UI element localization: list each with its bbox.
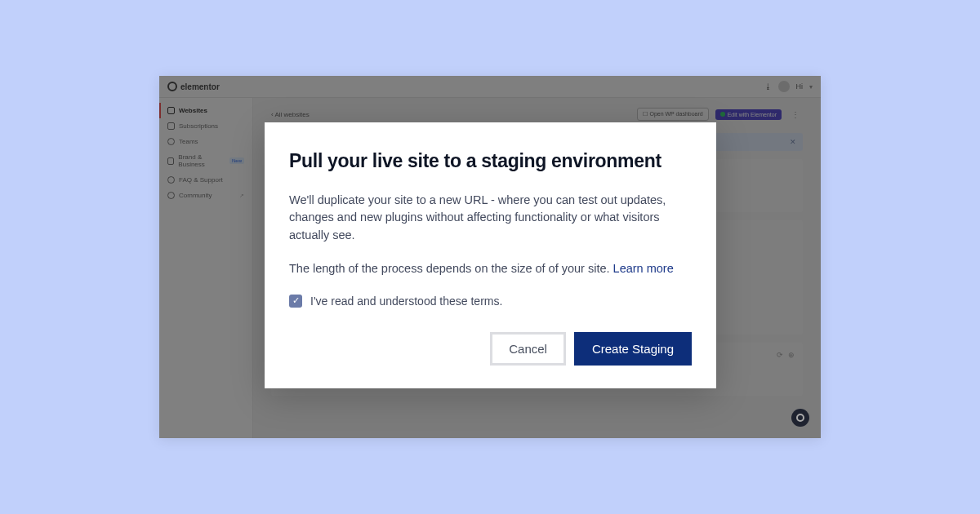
modal-paragraph-1: We'll duplicate your site to a new URL -… [289,192,692,244]
modal-p2-text: The length of the process depends on the… [289,262,613,275]
terms-label: I've read and understood these terms. [310,295,502,308]
modal-title: Pull your live site to a staging environ… [289,150,692,172]
cancel-button[interactable]: Cancel [490,332,566,366]
staging-modal: Pull your live site to a staging environ… [265,122,716,388]
terms-row[interactable]: ✓ I've read and understood these terms. [289,295,692,308]
help-fab-button[interactable] [791,409,809,427]
terms-checkbox[interactable]: ✓ [289,295,302,308]
create-staging-button[interactable]: Create Staging [574,332,692,366]
modal-body: We'll duplicate your site to a new URL -… [289,192,692,278]
help-icon [796,414,804,422]
modal-paragraph-2: The length of the process depends on the… [289,260,692,277]
learn-more-link[interactable]: Learn more [613,262,674,275]
modal-actions: Cancel Create Staging [289,332,692,366]
